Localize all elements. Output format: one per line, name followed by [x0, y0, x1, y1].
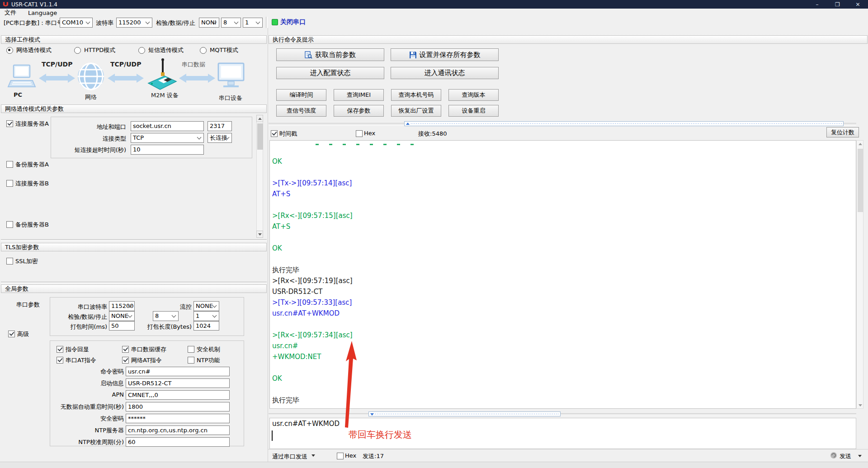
gp-packtime-input[interactable]: 50	[109, 321, 135, 331]
field-input[interactable]: CMNET,,,0	[126, 390, 230, 400]
server-port-input[interactable]: 2317	[208, 121, 232, 131]
advanced-check-2[interactable]: 安全机制	[188, 345, 242, 354]
gp-stopbits-select[interactable]: 1	[193, 311, 219, 321]
keepalive-select[interactable]: 长连接	[208, 133, 232, 143]
command-button-2[interactable]: 查询本机号码	[391, 89, 441, 101]
scroll-down-icon[interactable]	[857, 402, 863, 409]
link-label-tcpudp-1: TCP/UDP	[42, 61, 72, 68]
advanced-check-1[interactable]: 串口数据缓存	[122, 345, 188, 354]
com-port-select[interactable]: COM10	[60, 18, 93, 28]
workmode-option-3[interactable]: MQTT模式	[200, 45, 238, 55]
gp-baud-select[interactable]: 115200	[109, 301, 135, 311]
field-input[interactable]: 1800	[126, 402, 230, 411]
timestamp-checkbox[interactable]	[271, 130, 278, 137]
workmode-option-1[interactable]: HTTPD模式	[74, 45, 138, 55]
send-button[interactable]: 发送	[840, 452, 851, 460]
minimize-button[interactable]: –	[807, 0, 827, 9]
set-save-params-button[interactable]: 设置并保存所有参数	[391, 48, 499, 61]
baud-select[interactable]: 115200	[116, 18, 152, 28]
menu-item-language[interactable]: Language	[28, 9, 57, 16]
command-button-4[interactable]: 查信号强度	[276, 105, 326, 117]
send-scrollbar-thumb[interactable]	[368, 411, 561, 416]
scroll-down-icon[interactable]	[256, 231, 263, 238]
field-label: NTP校准周期(分)	[78, 438, 124, 446]
gp-databits-select[interactable]: 8	[153, 311, 179, 321]
scrollbar-thumb[interactable]	[858, 149, 863, 212]
close-button[interactable]: ✕	[848, 0, 868, 9]
gp-flow-label: 流控	[180, 303, 192, 311]
gp-packtime-label: 打包时间(ms)	[70, 323, 107, 331]
menu-item-file[interactable]: 文件	[5, 9, 16, 17]
stopbits-select[interactable]: 1	[243, 18, 263, 28]
log-output-area[interactable]: OK >[Tx->][09:57:14][asc]AT+S >[Rx<-][09…	[269, 140, 856, 409]
log-line: >[Tx->][09:57:14][asc]	[272, 178, 856, 189]
field-input[interactable]: usr.cn#	[126, 367, 230, 376]
send-via-serial-button[interactable]: 通过串口发送	[272, 453, 307, 461]
checkbox-icon	[57, 357, 63, 364]
chevron-down-icon[interactable]	[311, 454, 315, 457]
server-addr-input[interactable]: socket.usr.cn	[131, 121, 204, 131]
workmode-option-0[interactable]: 网络透传模式	[6, 45, 74, 55]
double-arrow-icon	[108, 73, 144, 83]
send-scrollbar-track[interactable]	[269, 413, 856, 416]
command-button-5[interactable]: 保存参数	[334, 105, 384, 117]
workmode-option-label: 网络透传模式	[16, 46, 52, 54]
radio-icon	[74, 47, 81, 54]
log-vscrollbar[interactable]	[856, 140, 863, 409]
advanced-check-5[interactable]: NTP功能	[188, 355, 242, 365]
log-hex-checkbox[interactable]	[356, 130, 363, 137]
ssl-label: SSL加密	[15, 257, 38, 265]
server-b-label: 连接服务器B	[15, 180, 49, 188]
ssl-checkbox[interactable]	[6, 258, 13, 265]
scroll-up-icon[interactable]	[857, 140, 863, 147]
log-line: +WKMOD:NET	[272, 351, 856, 362]
workmode-option-2[interactable]: 短信透传模式	[138, 45, 200, 55]
title-bar: USR-CAT1 V1.1.4 – ❐ ✕	[0, 0, 868, 9]
get-params-button[interactable]: 获取当前参数	[276, 48, 384, 61]
gp-packlen-input[interactable]: 1024	[193, 321, 219, 331]
advanced-field-row: 命令密码usr.cn#	[50, 367, 245, 377]
field-input[interactable]: ******	[126, 414, 230, 423]
short-conn-timeout-input[interactable]: 10	[131, 145, 204, 155]
field-input[interactable]: cn.ntp.org.cn,us.ntp.org.cn	[126, 425, 230, 435]
section-header-commands: 执行命令及提示	[269, 35, 868, 44]
close-port-button[interactable]: 关闭串口	[280, 18, 306, 26]
chevron-down-icon[interactable]	[858, 455, 862, 457]
conn-type-select[interactable]: TCP	[131, 133, 204, 143]
scroll-up-icon[interactable]	[256, 115, 263, 122]
log-top-scrollbar-thumb[interactable]	[404, 121, 844, 126]
advanced-check-3[interactable]: 串口AT指令	[57, 355, 122, 365]
advanced-checkbox[interactable]	[8, 331, 15, 337]
backup-a-checkbox[interactable]	[6, 161, 13, 168]
gp-packlen-label: 打包长度(Bytes)	[147, 323, 192, 331]
command-button-6[interactable]: 恢复出厂设置	[391, 105, 441, 117]
send-hex-checkbox[interactable]	[337, 453, 344, 459]
scrollbar-thumb[interactable]	[257, 123, 263, 150]
command-button-7[interactable]: 设备重启	[448, 105, 499, 117]
enter-config-button[interactable]: 进入配置状态	[276, 67, 384, 79]
parity-select[interactable]: NONI	[199, 18, 219, 28]
panel-splitter[interactable]	[268, 28, 268, 462]
reset-counter-button[interactable]: 复位计数	[826, 127, 859, 137]
backup-b-checkbox[interactable]	[6, 221, 13, 228]
advanced-check-4[interactable]: 网络AT指令	[122, 355, 188, 365]
enter-comm-button[interactable]: 进入通讯状态	[391, 67, 499, 79]
field-input[interactable]: USR-DR512-CT	[126, 378, 230, 388]
command-button-3[interactable]: 查询版本	[448, 89, 499, 101]
net-params-scrollbar[interactable]	[256, 115, 263, 238]
divider	[1, 239, 267, 241]
server-b-checkbox[interactable]	[6, 180, 13, 187]
gp-parity-select[interactable]: NONE	[109, 311, 135, 321]
node-label-serial-device: 串口设备	[219, 94, 242, 102]
gp-flow-select[interactable]: NONE	[193, 301, 219, 311]
advanced-check-0[interactable]: 指令回显	[57, 345, 122, 354]
command-button-0[interactable]: 编译时间	[276, 89, 326, 101]
databits-select[interactable]: 8	[221, 18, 241, 28]
field-input[interactable]: 60	[126, 437, 230, 447]
send-input-area[interactable]: usr.cn#AT+WKMOD 带回车换行发送	[269, 418, 856, 449]
maximize-button[interactable]: ❐	[827, 0, 848, 9]
section-header-workmode: 选择工作模式	[1, 35, 267, 44]
command-button-1[interactable]: 查询IMEI	[334, 89, 384, 101]
server-a-checkbox[interactable]	[6, 120, 13, 127]
workmode-diagram: PC TCP/UDP 网络 TCP/UDP M2M 设备	[0, 58, 268, 103]
